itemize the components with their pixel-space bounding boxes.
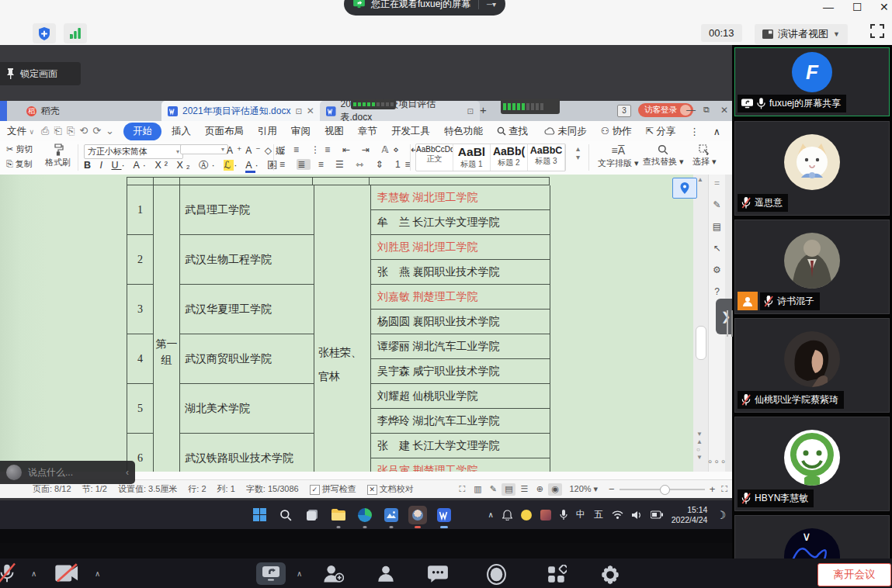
read-mode-icon[interactable]: ▥	[470, 483, 484, 496]
zoom-slider[interactable]	[620, 489, 705, 490]
menu-item-开发工具[interactable]: 开发工具	[384, 123, 437, 140]
styles-scroll[interactable]: ▴▾	[576, 144, 580, 161]
menu-item-视图[interactable]: 视图	[318, 123, 351, 140]
fit-page-button[interactable]: ⛶	[721, 484, 727, 494]
collapse-sidebar-button[interactable]: ∨	[802, 529, 811, 544]
wubi-indicator[interactable]: 五	[594, 508, 603, 521]
paragraph-align-group[interactable]: ≡ ≣ ≡ ☰ ⇿ ⇕ 1≡	[279, 159, 415, 170]
file-explorer-button[interactable]	[329, 506, 348, 524]
chat-quick-input[interactable]: 说点什么... ‹	[0, 461, 135, 484]
settings-button[interactable]	[600, 565, 620, 585]
adjust-sliders-icon[interactable]: ⚙	[713, 265, 721, 275]
mic-options-chevron[interactable]: ∧	[31, 569, 36, 578]
fullscreen-view-icon[interactable]: ⛶	[455, 483, 469, 496]
proofread-toggle[interactable]: ✕文档校对	[367, 483, 414, 495]
night-mode-icon[interactable]: ☽	[716, 509, 726, 521]
mic-muted-button[interactable]	[0, 562, 19, 585]
participant-tile-3[interactable]: 诗书混子	[734, 220, 890, 314]
select-button[interactable]: 选择 ▾	[692, 144, 717, 168]
tray-mic-icon[interactable]	[560, 510, 567, 521]
wps-minimize-button[interactable]: —	[686, 105, 696, 116]
participants-button[interactable]	[376, 564, 396, 584]
participant-tile-1[interactable]: Ffuxuej的屏幕共享	[734, 47, 890, 116]
vertical-scrollbar[interactable]: ▲ ▼▲○▼	[693, 175, 708, 472]
vertical-scrollbar-thumb[interactable]	[696, 326, 706, 360]
zoom-slider-thumb[interactable]	[660, 485, 670, 495]
page-nav-buttons[interactable]: ▼▲○▼	[696, 431, 703, 462]
wps-taskbar-button[interactable]	[435, 506, 453, 524]
web-view-icon[interactable]: ⊕	[533, 483, 547, 496]
participant-tile-2[interactable]: 遥思意	[734, 121, 890, 216]
tab-pin-icon[interactable]: ⊡	[295, 107, 301, 116]
close-button[interactable]: ✕	[880, 2, 889, 12]
copy-button[interactable]: ⎘ 复制	[6, 158, 33, 170]
tray-avatar-icon[interactable]	[540, 510, 551, 521]
notification-bell-icon[interactable]	[502, 510, 512, 521]
banner-collapse-icon[interactable]: ─▾	[487, 0, 496, 9]
cut-button[interactable]: ✂ 剪切	[6, 144, 33, 155]
zoom-in-button[interactable]: +	[710, 483, 716, 495]
select-arrow-icon[interactable]: ↖	[713, 243, 720, 254]
comment-doc-icon[interactable]: ▤	[713, 221, 721, 232]
view-mode-button[interactable]: 演讲者视图 ▼	[755, 24, 848, 44]
spellcheck-toggle[interactable]: ✓拼写检查	[310, 483, 356, 495]
home-tab-fragment[interactable]	[0, 101, 7, 121]
style-preset-3[interactable]: AaBb(标题 2	[491, 144, 528, 171]
battery-icon[interactable]	[651, 510, 663, 519]
menu-unsynced[interactable]: 未同步	[537, 123, 594, 140]
task-view-button[interactable]	[303, 506, 321, 524]
maximize-button[interactable]: ☐	[852, 2, 862, 12]
wifi-icon[interactable]	[612, 510, 623, 519]
more-dots-icon[interactable]: ∘∘∘	[707, 456, 727, 467]
participant-tile-6[interactable]	[734, 515, 890, 559]
menu-item-章节[interactable]: 章节	[351, 123, 384, 140]
photos-button[interactable]	[382, 506, 401, 524]
write-mode-icon[interactable]: ✎	[486, 483, 500, 496]
record-button[interactable]	[486, 564, 507, 585]
minimize-button[interactable]: —	[823, 2, 834, 12]
tab-doc1[interactable]: 2021年项目评估通知.docx ⊡ ✕	[161, 101, 329, 121]
sidebar-resize-handle[interactable]	[727, 310, 733, 337]
wps-restore-button[interactable]: ⧉	[703, 105, 710, 115]
ime-indicator[interactable]: 中	[576, 508, 585, 521]
participant-tile-5[interactable]: HBYN李慧敏	[734, 417, 890, 511]
wps-close-button[interactable]: ✕	[720, 105, 728, 116]
menu-collaborate[interactable]: ⚇ 协作	[594, 123, 639, 140]
format-painter-button[interactable]: 格式刷	[45, 144, 71, 168]
window-count-badge[interactable]: 3	[617, 105, 631, 117]
location-pin-button[interactable]	[672, 178, 697, 199]
style-preset-2[interactable]: AaBl标题 1	[453, 144, 491, 171]
outline-view-icon[interactable]: ☰	[517, 483, 531, 496]
menu-file[interactable]: 文件 ∨	[0, 123, 41, 140]
watching-banner[interactable]: 您正在观看fuxuej的屏幕 ─▾	[344, 0, 505, 16]
new-tab-button[interactable]: +	[480, 103, 487, 116]
tab-close-icon[interactable]: ✕	[307, 105, 314, 116]
more-menu-icon[interactable]: ⋮	[682, 123, 706, 140]
tab-doc2[interactable]: 2021年度高校项目评估表.docx ⊡	[320, 101, 480, 121]
paragraph-list-group[interactable]: ⋮≡ ⋮≡ ⇤ ⇥ 𝔸⋄ ↩	[279, 144, 423, 155]
tray-expand-icon[interactable]: ∧	[488, 510, 493, 519]
drag-handle-icon[interactable]: =	[714, 178, 720, 189]
fullscreen-button[interactable]	[869, 23, 885, 42]
camera-options-chevron[interactable]: ∧	[95, 569, 100, 578]
apps-button[interactable]	[547, 565, 567, 585]
menu-item-审阅[interactable]: 审阅	[284, 123, 318, 140]
menu-share[interactable]: ⇱ 分享	[638, 123, 682, 140]
font-format-group[interactable]: B I U· A· X² X₂ Ⓐ· ℒ· A· 圂	[84, 159, 280, 172]
guest-login-button[interactable]: 访客登录	[638, 103, 693, 117]
invite-button[interactable]	[322, 564, 344, 584]
lock-view-button[interactable]: 锁定画面	[0, 62, 81, 85]
font-size-select[interactable]: ▾	[180, 144, 228, 154]
camera-muted-button[interactable]	[54, 563, 81, 583]
edit-pen-icon[interactable]: ✎	[713, 199, 720, 210]
participant-tile-4[interactable]: 仙桃职业学院蔡紫琦	[734, 318, 890, 413]
share-screen-button[interactable]	[256, 562, 286, 585]
zoom-out-button[interactable]: −	[609, 483, 615, 495]
tab-pin-icon[interactable]: ⊡	[467, 107, 474, 116]
collapse-chat-icon[interactable]: ‹	[126, 467, 129, 478]
zoom-level[interactable]: 120% ▾	[569, 484, 598, 494]
menu-find[interactable]: 查找	[490, 123, 535, 140]
menu-item-引用[interactable]: 引用	[251, 123, 284, 140]
eye-protect-icon[interactable]: ◉	[548, 483, 562, 496]
browser-button[interactable]	[356, 506, 374, 524]
